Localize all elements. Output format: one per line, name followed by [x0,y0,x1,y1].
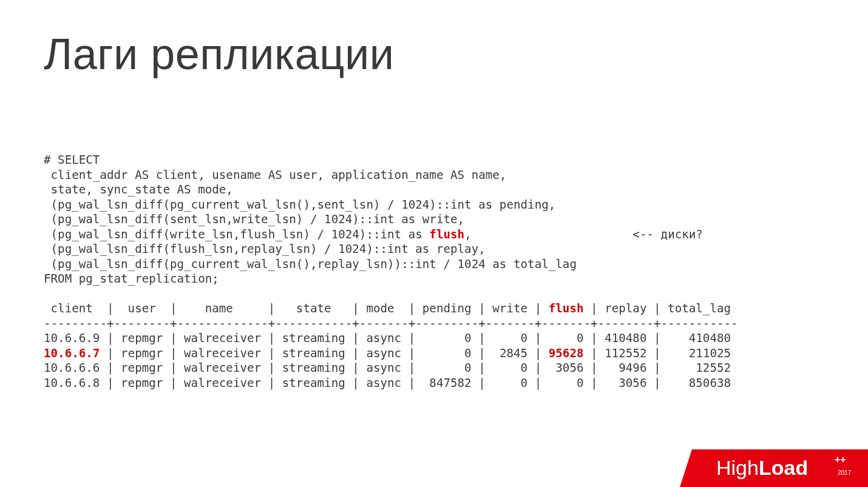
highlight-ip: 10.6.6.7 [44,346,100,360]
slide-title: Лаги репликации [44,29,394,79]
logo-text-thin: High [716,456,759,479]
table-row: | 112552 | 211025 [584,346,731,360]
sql-line: , <-- диски? [464,227,703,241]
table-row: 10.6.6.8 | repmgr | walreceiver | stream… [44,376,731,390]
sql-line: state, sync_state AS mode, [44,183,233,196]
logo-plus: ++ [835,454,846,465]
table-separator: ---------+--------+-------------+-------… [44,317,738,331]
sql-line: # SELECT [44,153,100,167]
table-row: | repmgr | walreceiver | streaming | asy… [100,346,548,360]
svg-text:HighLoad: HighLoad [716,456,808,479]
highlight-flush: flush [429,227,464,241]
sql-line: (pg_wal_lsn_diff(flush_lsn,replay_lsn) /… [44,242,486,256]
table-row: 10.6.6.6 | repmgr | walreceiver | stream… [44,361,731,375]
logo-text-bold: Load [759,456,808,479]
highload-logo: HighLoad ++ 2017 [674,445,868,487]
table-row: 10.6.6.9 | repmgr | walreceiver | stream… [44,331,731,345]
sql-line: (pg_wal_lsn_diff(sent_lsn,write_lsn) / 1… [44,212,464,226]
table-header: client | user | name | state | mode | pe… [44,301,549,315]
table-header: | replay | total_lag [584,301,731,315]
sql-line: FROM pg_stat_replication; [44,272,219,286]
highlight-flush-col: flush [549,301,584,315]
sql-line: client_addr AS client, usename AS user, … [44,168,506,182]
logo-year: 2017 [838,469,852,476]
sql-line: (pg_wal_lsn_diff(pg_current_wal_lsn(),se… [44,198,555,212]
code-block: # SELECT client_addr AS client, usename … [44,153,738,391]
sql-line: (pg_wal_lsn_diff(write_lsn,flush_lsn) / … [44,227,429,241]
highlight-flush-val: 95628 [549,346,584,360]
slide: Лаги репликации # SELECT client_addr AS … [0,0,868,487]
sql-line: (pg_wal_lsn_diff(pg_current_wal_lsn(),re… [44,257,577,271]
